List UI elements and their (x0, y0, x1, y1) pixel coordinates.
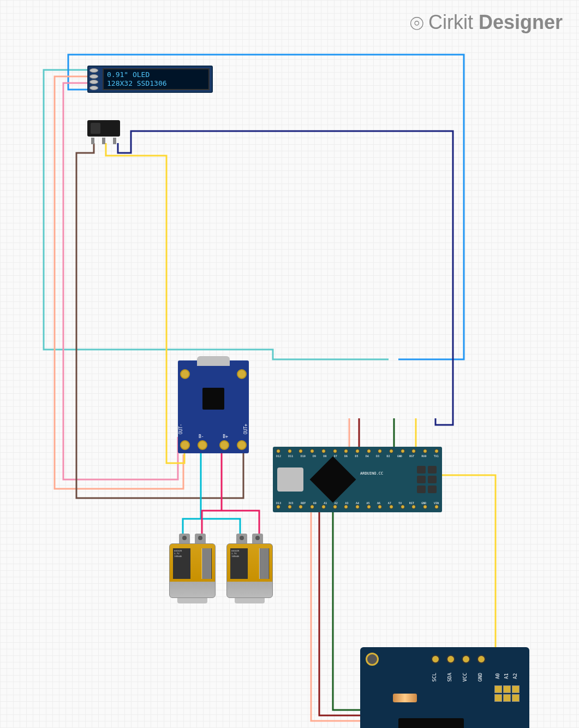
rtc-label-a0: A0 (496, 673, 501, 679)
rtc-label-a2: A2 (513, 673, 518, 679)
rtc-addr-pads (494, 685, 520, 693)
rtc-ds3231-chip: DS3231 (398, 718, 464, 728)
nano-icsp-header (417, 466, 437, 493)
tp4056-label-bminus: B- (199, 434, 204, 439)
lipo-battery-2[interactable]: 601025 3.7V 105mAh (226, 532, 273, 603)
tp4056-label-outplus: OUT+ (243, 424, 248, 434)
logo-text-2: Designer (479, 11, 563, 33)
rtc-pin-top-gnd (477, 655, 486, 664)
nano-labels-bottom: D133V3REFA0A1A2A3A4A5A6A75VRSTGNDVIN (276, 501, 439, 505)
rtc-label-top-sda: SDA (447, 673, 452, 682)
nano-usb-port (277, 467, 303, 492)
switch-body (87, 120, 120, 137)
arduino-nano[interactable]: ARDUINO.CC D12D11D10D9D8D7D6D5D4D3D2GNDR… (273, 447, 442, 512)
tp4056-ic (202, 388, 224, 410)
lipo2-label: 601025 3.7V 105mAh (230, 548, 248, 579)
rtc-mounting-hole-tl (366, 653, 379, 666)
lipo1-barcode (202, 548, 212, 579)
switch-pin-2 (102, 138, 105, 144)
logo-text-1: Cirkit (428, 11, 473, 33)
rtc-label-top-gnd: GND (477, 673, 483, 682)
switch-pin-3 (113, 138, 116, 144)
oled-pin-sda (89, 86, 98, 90)
lipo2-tabs (226, 532, 273, 543)
nano-pins-top-row (276, 449, 439, 454)
oled-pin-gnd (89, 68, 98, 73)
tp4056-in-plus (237, 369, 247, 379)
lipo1-tab-plus (179, 534, 190, 543)
oled-pin-header (88, 67, 100, 92)
tp4056-out-minus (180, 440, 190, 450)
tp4056-usb-port (197, 356, 230, 366)
lipo2-tab-plus (236, 534, 247, 543)
rtc-pin-top-sda (446, 655, 455, 664)
rtc-label-top-vcc: VCC (462, 673, 468, 682)
nano-pins-bottom-row (276, 505, 439, 510)
rtc-label-top-scl: SCL (432, 673, 437, 682)
tp4056-label-bplus: B+ (223, 434, 228, 439)
oled-pin-vcc (89, 74, 98, 79)
lipo1-tabs (169, 532, 216, 543)
lipo1-body: 601025 3.7V 105mAh (169, 543, 216, 598)
tp4056-b-plus (219, 440, 229, 450)
nano-labels-top: D12D11D10D9D8D7D6D5D4D3D2GNDRSTRX0TX1 (276, 454, 439, 458)
lipo2-foot (235, 598, 265, 603)
tp4056-b-minus (198, 440, 207, 450)
rtc-addr-pads-2 (494, 694, 520, 702)
canvas-grid (0, 0, 579, 728)
nano-mcu-chip (310, 457, 356, 503)
oled-pin-sck (89, 80, 98, 84)
lipo2-barcode (259, 548, 269, 579)
lipo-battery-1[interactable]: 601025 3.7V 105mAh (169, 532, 216, 603)
rtc-pin-top-vcc (462, 655, 470, 664)
slide-switch[interactable] (87, 120, 120, 145)
lipo1-foot (177, 598, 207, 603)
switch-pin-1 (91, 138, 94, 144)
lipo1-label: 601025 3.7V 105mAh (173, 548, 190, 579)
oled-display[interactable]: 0.91" OLED 128X32 SSD1306 (87, 66, 213, 93)
switch-pins (87, 138, 120, 144)
nano-brand-text: ARDUINO.CC (360, 471, 383, 476)
rtc-crystal (393, 694, 417, 702)
logo-icon: ⦾ (410, 14, 424, 33)
oled-screen: 0.91" OLED 128X32 SSD1306 (103, 68, 210, 90)
oled-line2: 128X32 SSD1306 (107, 79, 208, 88)
lipo2-tab-minus (252, 534, 263, 543)
tp4056-in-minus (180, 369, 190, 379)
lipo1-tab-minus (195, 534, 206, 543)
rtc-pin-top-scl (431, 655, 440, 664)
tp4056-out-plus (237, 440, 247, 450)
rtc-module[interactable]: DS3231 24C32 SCL SDA VCC GND 32K SQW SCL… (360, 647, 529, 728)
switch-knob (91, 123, 100, 134)
lipo2-body: 601025 3.7V 105mAh (226, 543, 273, 598)
tp4056-charger[interactable]: B- B+ OUT- OUT+ (178, 360, 249, 453)
rtc-top-pins (431, 655, 486, 664)
oled-line1: 0.91" OLED (107, 70, 208, 79)
rtc-label-a1: A1 (504, 673, 510, 679)
tp4056-label-outminus: OUT- (178, 424, 183, 434)
app-logo: ⦾Cirkit Designer (410, 11, 563, 34)
